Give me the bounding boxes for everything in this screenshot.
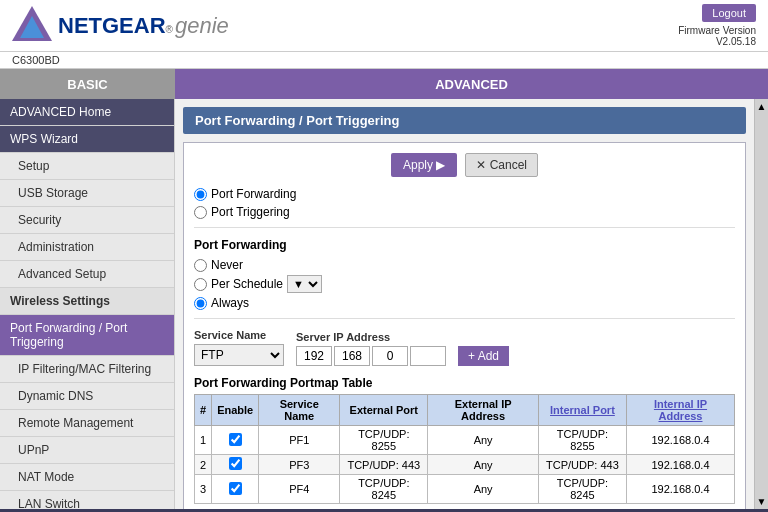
row-checkbox-1[interactable] bbox=[229, 457, 242, 470]
triangle-logo bbox=[12, 6, 52, 46]
firmware-info: Firmware Version V2.05.18 bbox=[678, 25, 756, 47]
cell-num-0: 1 bbox=[195, 426, 212, 455]
cell-int-ip-1: 192.168.0.4 bbox=[626, 455, 734, 475]
apply-button[interactable]: Apply ▶ bbox=[391, 153, 457, 177]
radio-port-forwarding: Port Forwarding bbox=[194, 187, 735, 201]
radio-always: Always bbox=[194, 296, 735, 310]
col-external-ip: External IP Address bbox=[428, 395, 539, 426]
page-title: Port Forwarding / Port Triggering bbox=[183, 107, 746, 134]
col-internal-port[interactable]: Internal Port bbox=[538, 395, 626, 426]
mode-radio-group: Port Forwarding Port Triggering bbox=[194, 187, 735, 228]
port-forwarding-title: Port Forwarding bbox=[194, 238, 735, 252]
logo-area: NETGEAR®genie bbox=[12, 6, 229, 46]
col-num: # bbox=[195, 395, 212, 426]
portmap-table: # Enable Service Name External Port Exte… bbox=[194, 394, 735, 504]
cell-int-port-1: TCP/UDP: 443 bbox=[538, 455, 626, 475]
main-layout: ADVANCED Home WPS Wizard Setup USB Stora… bbox=[0, 99, 768, 509]
header: NETGEAR®genie Logout Firmware Version V2… bbox=[0, 0, 768, 52]
ip-octet-4[interactable] bbox=[410, 346, 446, 366]
schedule-select[interactable]: ▼ bbox=[287, 275, 322, 293]
scroll-up-btn[interactable]: ▲ bbox=[757, 101, 767, 112]
server-ip-field: Server IP Address bbox=[296, 331, 446, 366]
table-body: 1 PF1 TCP/UDP: 8255 Any TCP/UDP: 8255 19… bbox=[195, 426, 735, 504]
cell-int-port-2: TCP/UDP: 8245 bbox=[538, 475, 626, 504]
radio-port-forwarding-input[interactable] bbox=[194, 188, 207, 201]
sidebar-item-upnp[interactable]: UPnP bbox=[0, 437, 174, 464]
radio-port-triggering: Port Triggering bbox=[194, 205, 735, 219]
ip-octet-1[interactable] bbox=[296, 346, 332, 366]
add-button[interactable]: + Add bbox=[458, 346, 509, 366]
tab-basic[interactable]: BASIC bbox=[0, 69, 175, 99]
sidebar-item-wps-wizard[interactable]: WPS Wizard bbox=[0, 126, 174, 153]
table-title: Port Forwarding Portmap Table bbox=[194, 376, 735, 390]
scrollbar[interactable]: ▲ ▼ bbox=[754, 99, 768, 509]
radio-never-input[interactable] bbox=[194, 259, 207, 272]
sidebar-item-dynamic-dns[interactable]: Dynamic DNS bbox=[0, 383, 174, 410]
table-row: 3 PF4 TCP/UDP: 8245 Any TCP/UDP: 8245 19… bbox=[195, 475, 735, 504]
brand-name: NETGEAR®genie bbox=[58, 13, 229, 39]
table-row: 2 PF3 TCP/UDP: 443 Any TCP/UDP: 443 192.… bbox=[195, 455, 735, 475]
cell-service-2: PF4 bbox=[259, 475, 340, 504]
sidebar-section-wireless: Wireless Settings bbox=[0, 288, 174, 315]
tab-advanced[interactable]: ADVANCED bbox=[175, 69, 768, 99]
tab-bar: BASIC ADVANCED bbox=[0, 69, 768, 99]
table-row: 1 PF1 TCP/UDP: 8255 Any TCP/UDP: 8255 19… bbox=[195, 426, 735, 455]
service-name-label: Service Name bbox=[194, 329, 284, 341]
cell-enable-1 bbox=[212, 455, 259, 475]
sidebar-item-port-forwarding[interactable]: Port Forwarding / Port Triggering bbox=[0, 315, 174, 356]
cell-ext-ip-2: Any bbox=[428, 475, 539, 504]
radio-port-forwarding-label: Port Forwarding bbox=[211, 187, 296, 201]
top-action-buttons: Apply ▶ ✕ Cancel bbox=[194, 153, 735, 177]
sidebar-item-administration[interactable]: Administration bbox=[0, 234, 174, 261]
port-forwarding-subsection: Port Forwarding Never Per Schedule ▼ Alw… bbox=[194, 238, 735, 319]
cell-int-ip-2: 192.168.0.4 bbox=[626, 475, 734, 504]
inner-panel: Apply ▶ ✕ Cancel Port Forwarding Port Tr… bbox=[183, 142, 746, 509]
cell-enable-2 bbox=[212, 475, 259, 504]
sidebar-item-lan-switch[interactable]: LAN Switch bbox=[0, 491, 174, 509]
sidebar-item-ip-filtering[interactable]: IP Filtering/MAC Filtering bbox=[0, 356, 174, 383]
radio-always-input[interactable] bbox=[194, 297, 207, 310]
cancel-button[interactable]: ✕ Cancel bbox=[465, 153, 538, 177]
ip-input-row bbox=[296, 346, 446, 366]
col-internal-ip[interactable]: Internal IP Address bbox=[626, 395, 734, 426]
ip-octet-3[interactable] bbox=[372, 346, 408, 366]
cell-service-0: PF1 bbox=[259, 426, 340, 455]
scroll-down-btn[interactable]: ▼ bbox=[757, 496, 767, 507]
service-name-select[interactable]: FTP HTTP HTTPS bbox=[194, 344, 284, 366]
row-checkbox-0[interactable] bbox=[229, 433, 242, 446]
portmap-table-section: Port Forwarding Portmap Table # Enable S… bbox=[194, 376, 735, 504]
sidebar-item-security[interactable]: Security bbox=[0, 207, 174, 234]
cell-ext-ip-0: Any bbox=[428, 426, 539, 455]
netgear-text: NETGEAR bbox=[58, 13, 166, 39]
schedule-radio-group: Never Per Schedule ▼ Always bbox=[194, 258, 735, 319]
reg-symbol: ® bbox=[166, 24, 173, 35]
col-service-name: Service Name bbox=[259, 395, 340, 426]
cell-ext-ip-1: Any bbox=[428, 455, 539, 475]
sidebar-item-setup[interactable]: Setup bbox=[0, 153, 174, 180]
sidebar-item-nat-mode[interactable]: NAT Mode bbox=[0, 464, 174, 491]
cell-service-1: PF3 bbox=[259, 455, 340, 475]
radio-port-triggering-label: Port Triggering bbox=[211, 205, 290, 219]
firmware-version: V2.05.18 bbox=[716, 36, 756, 47]
service-fields-row: Service Name FTP HTTP HTTPS Server IP Ad… bbox=[194, 329, 735, 366]
radio-per-schedule-label: Per Schedule bbox=[211, 277, 283, 291]
ip-octet-2[interactable] bbox=[334, 346, 370, 366]
row-checkbox-2[interactable] bbox=[229, 482, 242, 495]
cell-int-port-0: TCP/UDP: 8255 bbox=[538, 426, 626, 455]
sidebar-item-advanced-setup[interactable]: Advanced Setup bbox=[0, 261, 174, 288]
radio-never-label: Never bbox=[211, 258, 243, 272]
radio-port-triggering-input[interactable] bbox=[194, 206, 207, 219]
cell-ext-port-1: TCP/UDP: 443 bbox=[340, 455, 428, 475]
sidebar-item-remote-management[interactable]: Remote Management bbox=[0, 410, 174, 437]
sidebar-item-advanced-home[interactable]: ADVANCED Home bbox=[0, 99, 174, 126]
logout-button[interactable]: Logout bbox=[702, 4, 756, 22]
header-right: Logout Firmware Version V2.05.18 bbox=[678, 4, 756, 47]
cell-int-ip-0: 192.168.0.4 bbox=[626, 426, 734, 455]
firmware-label: Firmware Version bbox=[678, 25, 756, 36]
cell-ext-port-2: TCP/UDP: 8245 bbox=[340, 475, 428, 504]
col-external-port: External Port bbox=[340, 395, 428, 426]
sidebar-item-usb-storage[interactable]: USB Storage bbox=[0, 180, 174, 207]
radio-per-schedule-input[interactable] bbox=[194, 278, 207, 291]
service-name-field: Service Name FTP HTTP HTTPS bbox=[194, 329, 284, 366]
col-enable: Enable bbox=[212, 395, 259, 426]
